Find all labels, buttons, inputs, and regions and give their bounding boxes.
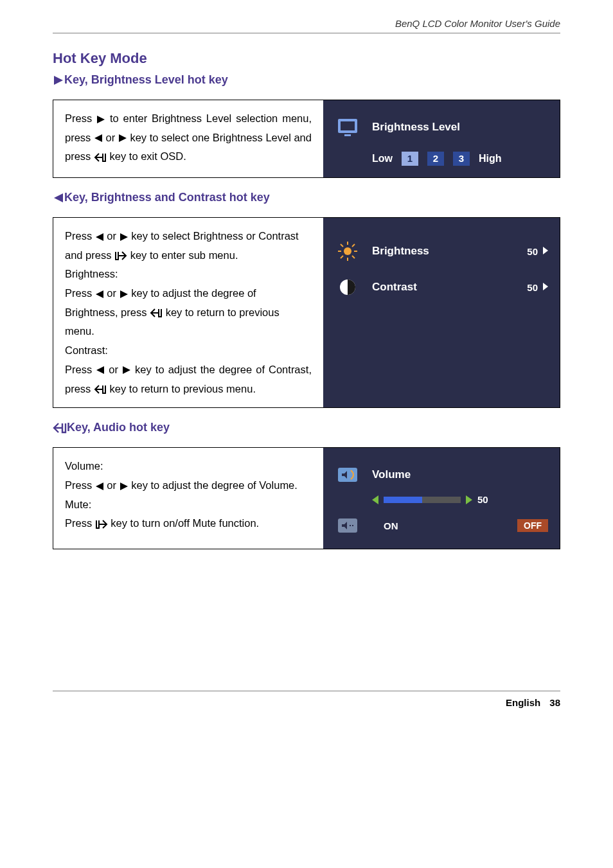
heading-audio-hotkey: Key, Audio hot key	[53, 421, 560, 434]
right-arrow-icon	[122, 366, 131, 375]
svg-marker-25	[120, 483, 128, 490]
txt: or	[107, 479, 119, 491]
txt: Press	[65, 479, 95, 491]
svg-marker-12	[96, 366, 104, 374]
osd-volume-value: 50	[477, 494, 488, 505]
txt: key to turn on/off Mute function.	[111, 517, 259, 529]
right-arrow-icon	[543, 281, 548, 294]
osd-volume-row[interactable]: Volume	[335, 463, 548, 486]
txt: Press	[65, 364, 96, 375]
txt: Mute:	[65, 499, 91, 510]
left-arrow-icon	[53, 192, 64, 204]
volume-bar-fill	[384, 497, 422, 503]
svg-point-14	[344, 247, 351, 255]
txt: Press	[65, 517, 95, 529]
left-arrow-icon	[94, 134, 103, 143]
volume-bar-track	[384, 497, 461, 503]
level-3[interactable]: 3	[453, 152, 470, 166]
osd-contrast-label: Contrast	[372, 281, 527, 294]
page-footer: English 38	[53, 697, 560, 708]
osd-brightness-level-label: Brightness Level	[372, 121, 548, 134]
left-arrow-icon	[95, 233, 104, 242]
mute-on-label: ON	[384, 520, 398, 531]
left-arrow-icon	[95, 482, 104, 491]
svg-marker-8	[96, 233, 103, 241]
svg-marker-28	[372, 495, 378, 504]
level-2[interactable]: 2	[427, 152, 444, 166]
svg-marker-13	[123, 366, 130, 374]
txt: Press	[65, 230, 95, 242]
svg-rect-5	[341, 121, 355, 130]
left-arrow-icon	[96, 366, 105, 375]
txt: Contrast:	[65, 344, 108, 356]
txt: key to exit OSD.	[110, 150, 186, 162]
svg-rect-6	[344, 134, 351, 136]
footer-rule	[53, 691, 560, 691]
osd-audio: Volume 50 ON OFF	[323, 448, 560, 549]
section-brightness-contrast: Press or key to select Brightness or Con…	[53, 217, 560, 408]
txt-block: Press or key to adjust the degree of Con…	[65, 360, 312, 398]
page-header: BenQ LCD Color Monitor User's Guide	[53, 18, 560, 33]
svg-line-22	[352, 244, 355, 247]
enter-icon	[95, 519, 108, 529]
txt: key to adjust the degree of Volume.	[131, 479, 298, 491]
left-chevron-icon	[372, 495, 378, 504]
txt: Volume:	[65, 460, 103, 472]
txt: key to enter sub menu.	[130, 249, 238, 261]
svg-marker-9	[120, 233, 128, 241]
txt: or	[106, 132, 118, 143]
osd-brightness-contrast: Brightness 50 Contrast 50	[323, 218, 560, 407]
right-arrow-icon	[120, 482, 129, 491]
footer-page: 38	[549, 697, 560, 708]
svg-marker-2	[94, 134, 102, 142]
svg-marker-29	[466, 495, 472, 504]
txt: Brightness:	[65, 268, 118, 279]
osd-brightness-label: Brightness	[372, 245, 527, 258]
txt: or	[109, 364, 122, 375]
right-arrow-icon	[118, 134, 127, 143]
right-arrow-icon	[96, 115, 105, 124]
level-1[interactable]: 1	[402, 152, 418, 166]
txt: Press	[65, 287, 95, 299]
svg-marker-3	[119, 134, 127, 142]
heading-brightness-contrast-hotkey: Key, Brightness and Contrast hot key	[53, 191, 560, 204]
svg-marker-10	[96, 290, 103, 298]
monitor-icon	[335, 116, 360, 139]
right-arrow-icon	[120, 290, 129, 299]
right-arrow-icon	[53, 75, 64, 86]
volume-icon	[335, 463, 360, 486]
svg-marker-7	[54, 193, 63, 202]
svg-marker-1	[97, 116, 105, 123]
level-high: High	[479, 153, 502, 164]
brightness-icon	[335, 240, 360, 263]
svg-rect-30	[338, 518, 357, 533]
volume-slider[interactable]: 50	[335, 494, 548, 505]
enter-icon	[114, 251, 127, 261]
txt: Press	[65, 112, 96, 124]
heading-brightness-level-hotkey: Key, Brightness Level hot key	[53, 73, 560, 87]
section-audio: Volume: Press or key to adjust the degre…	[53, 447, 560, 549]
heading-text: Key, Audio hot key	[67, 421, 170, 434]
svg-marker-0	[54, 76, 63, 85]
contrast-icon	[335, 276, 360, 299]
section-brightness-level: Press to enter Brightness Level selectio…	[53, 100, 560, 178]
svg-line-19	[341, 244, 343, 247]
exit-icon	[53, 422, 67, 434]
section3-text: Volume: Press or key to adjust the degre…	[53, 448, 323, 549]
svg-line-21	[341, 256, 343, 258]
brightness-level-scale[interactable]: Low 1 2 3 High	[335, 152, 548, 166]
osd-brightness-level: Brightness Level Low 1 2 3 High	[323, 100, 560, 177]
txt: or	[107, 230, 119, 242]
exit-icon	[94, 384, 107, 394]
svg-line-20	[352, 256, 355, 258]
osd-brightness-row[interactable]: Brightness 50	[335, 240, 548, 263]
svg-marker-24	[96, 483, 103, 490]
right-chevron-icon	[466, 495, 472, 504]
osd-mute-row[interactable]: ON OFF	[335, 514, 548, 537]
mute-icon	[335, 514, 360, 537]
osd-contrast-row[interactable]: Contrast 50	[335, 276, 548, 299]
level-low: Low	[372, 153, 393, 164]
left-arrow-icon	[95, 290, 104, 299]
mute-off-button[interactable]: OFF	[517, 519, 548, 532]
right-arrow-icon	[120, 233, 129, 242]
